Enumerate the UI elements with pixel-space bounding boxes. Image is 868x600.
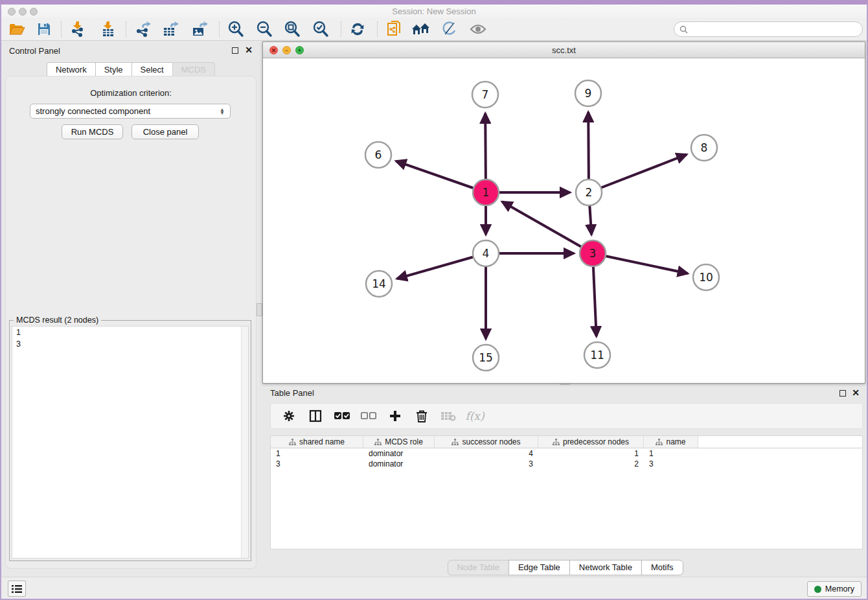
cell-shared-name[interactable]: 3 [271,459,363,469]
select-all-columns-icon[interactable] [334,408,350,424]
deselect-all-columns-icon[interactable] [361,408,376,424]
cell-successor-nodes[interactable]: 3 [435,459,538,469]
save-session-icon[interactable] [32,20,56,38]
table-body: 1dominator4113dominator323 [271,448,862,469]
node-label: 11 [590,349,604,362]
import-network-icon[interactable] [66,20,89,38]
mcds-result-line: 1 [12,327,248,338]
node-label: 3 [589,247,597,260]
vertical-splitter-handle[interactable] [257,303,262,316]
refresh-layout-icon[interactable] [346,20,369,38]
cell-name[interactable]: 1 [644,448,698,459]
run-mcds-button[interactable]: Run MCDS [62,124,123,139]
network-view[interactable]: 7968124314101511 [263,58,865,383]
edge-1-6[interactable] [396,161,486,192]
export-table-icon[interactable] [159,20,182,38]
graph-node-7[interactable]: 7 [472,82,498,108]
network-minimize-icon[interactable]: − [282,46,291,54]
optimization-criterion-dropdown[interactable]: strongly connected component ▲▼ [30,104,231,119]
task-history-button[interactable] [8,581,26,597]
minimize-window-button[interactable] [19,8,27,16]
table-row[interactable]: 3dominator323 [271,459,862,469]
edge-3-1[interactable] [502,202,593,253]
tab-motifs[interactable]: Motifs [641,560,683,575]
table-panel-close-icon[interactable]: ✕ [852,387,860,398]
edge-2-8[interactable] [589,154,687,192]
toolbar-separator [219,21,220,37]
function-builder-icon[interactable]: f(x) [467,408,483,424]
edge-4-14[interactable] [397,253,486,279]
network-canvas[interactable]: 7968124314101511 [263,58,865,383]
mcds-result-scrollbar[interactable] [241,327,248,558]
graph-node-6[interactable]: 6 [365,142,391,168]
open-session-icon[interactable] [5,20,29,38]
graph-node-4[interactable]: 4 [473,240,499,266]
memory-button[interactable]: Memory [807,581,862,597]
cell-successor-nodes[interactable]: 4 [435,448,538,459]
column-header-shared-name[interactable]: shared name [271,436,363,448]
close-window-button[interactable] [8,8,16,16]
column-header-mcds-role[interactable]: MCDS role [363,436,435,448]
column-header-successor-nodes[interactable]: successor nodes [435,436,538,448]
table-row[interactable]: 1dominator411 [271,448,862,459]
graph-node-1[interactable]: 1 [473,179,499,205]
graph-node-11[interactable]: 11 [584,342,610,368]
home-icon[interactable] [409,20,433,38]
node-label: 1 [483,186,490,199]
mcds-result-lines: 13 [12,327,248,350]
search-input[interactable] [692,24,857,34]
node-label: 15 [479,351,493,364]
maximize-window-button[interactable] [30,8,38,16]
zoom-selected-icon[interactable] [309,20,332,38]
zoom-fit-icon[interactable] [280,20,304,38]
table-settings-icon[interactable] [281,408,297,424]
add-column-icon[interactable] [387,408,403,424]
graph-node-2[interactable]: 2 [576,179,602,205]
graph-node-14[interactable]: 14 [366,271,392,297]
eye-icon[interactable] [466,20,490,38]
search-icon [680,25,688,34]
export-image-icon[interactable] [188,20,211,38]
network-maximize-icon[interactable]: + [295,46,304,54]
close-panel-label: Close panel [143,127,188,137]
close-panel-button[interactable]: Close panel [131,124,199,139]
delete-table-icon[interactable] [440,408,456,424]
graph-node-3[interactable]: 3 [580,240,606,266]
split-view-icon[interactable] [308,408,323,424]
toolbar-separator [377,21,378,37]
graph-node-10[interactable]: 10 [693,264,719,290]
delete-column-icon[interactable] [414,408,429,424]
column-label: name [666,437,685,446]
graph-node-15[interactable]: 15 [473,345,499,371]
table-toolbar: f(x) [270,403,863,429]
search-field[interactable] [674,21,863,37]
import-table-icon[interactable] [97,20,120,38]
cell-shared-name[interactable]: 1 [271,448,363,459]
graph-node-8[interactable]: 8 [691,135,717,161]
title-bar: Session: New Session [1,5,867,18]
export-network-icon[interactable] [131,20,154,38]
cell-name[interactable]: 3 [644,459,698,469]
edge-3-10[interactable] [593,253,688,273]
network-window-titlebar[interactable]: ✕ − + scc.txt [263,42,865,58]
clone-network-icon[interactable] [382,20,405,38]
graph-node-9[interactable]: 9 [575,80,601,106]
column-header-name[interactable]: name [644,436,698,448]
tab-node-table[interactable]: Node Table [447,560,509,575]
tab-edge-table[interactable]: Edge Table [508,560,570,575]
control-panel-float-icon[interactable] [232,47,238,54]
cell-predecessor-nodes[interactable]: 2 [538,459,644,469]
control-panel-close-icon[interactable]: ✕ [245,45,253,55]
zoom-out-icon[interactable] [253,20,276,38]
zoom-in-icon[interactable] [224,20,247,38]
mcds-result-area[interactable]: 13 [12,326,249,559]
node-label: 8 [701,141,708,154]
column-header-predecessor-nodes[interactable]: predecessor nodes [538,436,644,448]
tab-network-table[interactable]: Network Table [569,560,642,575]
network-close-icon[interactable]: ✕ [269,46,278,54]
cell-mcds-role[interactable]: dominator [363,448,435,459]
table-panel-float-icon[interactable] [839,390,846,397]
draw-annotations-icon[interactable] [438,20,461,38]
cell-predecessor-nodes[interactable]: 1 [538,448,644,459]
cell-mcds-role[interactable]: dominator [363,459,435,469]
